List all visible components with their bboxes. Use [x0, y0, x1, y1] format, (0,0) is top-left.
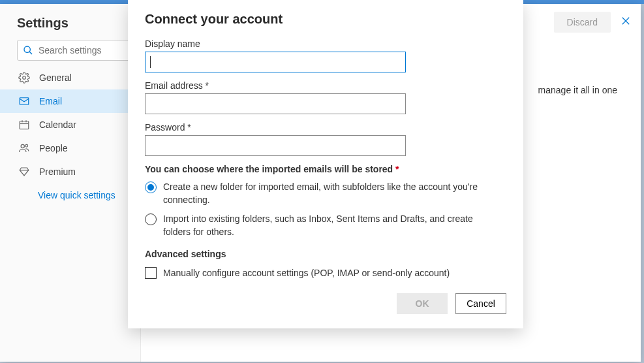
radio-icon[interactable] — [145, 182, 157, 193]
settings-nav: General Email Calendar People Premium — [0, 66, 140, 183]
nav-label: Calendar — [39, 119, 76, 130]
cancel-button[interactable]: Cancel — [455, 293, 506, 314]
display-name-label: Display name — [145, 39, 506, 49]
text-caret — [150, 56, 151, 68]
close-icon — [620, 15, 632, 27]
svg-point-2 — [23, 76, 26, 80]
nav-label: General — [39, 72, 72, 83]
background-text-snippet: manage it all in one — [538, 85, 617, 95]
gear-icon — [18, 72, 30, 84]
dialog-footer: OK Cancel — [145, 293, 506, 314]
checkbox-label: Manually configure account settings (POP… — [163, 268, 450, 278]
manual-configure-row[interactable]: Manually configure account settings (POP… — [145, 267, 506, 279]
storage-option-existing-folders[interactable]: Import into existing folders, such as In… — [145, 213, 506, 238]
nav-label: People — [39, 143, 68, 153]
svg-line-1 — [29, 52, 32, 54]
svg-point-0 — [24, 46, 30, 52]
settings-sidebar: Settings General Email Calendar People — [0, 4, 141, 362]
connect-account-dialog: Connect your account Display name Email … — [128, 0, 523, 328]
email-field: Email address * — [145, 80, 506, 114]
search-settings-wrap[interactable] — [17, 40, 131, 61]
nav-label: Premium — [39, 166, 76, 177]
svg-point-9 — [25, 144, 28, 147]
mail-icon — [18, 95, 30, 107]
nav-people[interactable]: People — [0, 136, 140, 160]
email-label: Email address * — [145, 80, 506, 91]
advanced-settings-heading: Advanced settings — [145, 249, 506, 259]
nav-general[interactable]: General — [0, 66, 140, 89]
svg-rect-4 — [20, 121, 29, 129]
email-input[interactable] — [145, 93, 406, 114]
people-icon — [18, 142, 30, 154]
svg-point-8 — [21, 144, 24, 148]
display-name-field: Display name — [145, 39, 506, 72]
nav-calendar[interactable]: Calendar — [0, 113, 140, 136]
settings-title: Settings — [0, 16, 140, 40]
required-asterisk: * — [395, 164, 399, 174]
ok-button[interactable]: OK — [397, 293, 448, 314]
radio-label: Import into existing folders, such as In… — [163, 213, 506, 238]
search-settings-input[interactable] — [38, 45, 125, 55]
svg-rect-3 — [20, 98, 29, 105]
password-input[interactable] — [145, 135, 406, 156]
radio-label: Create a new folder for imported email, … — [163, 181, 506, 206]
display-name-input[interactable] — [145, 52, 406, 72]
close-settings-button[interactable] — [620, 15, 632, 29]
radio-icon[interactable] — [145, 213, 157, 225]
nav-email[interactable]: Email — [0, 89, 140, 113]
storage-heading: You can choose where the imported emails… — [145, 164, 506, 174]
view-quick-settings-link[interactable]: View quick settings — [0, 183, 140, 200]
diamond-icon — [18, 166, 30, 178]
calendar-icon — [18, 119, 30, 131]
panel-header-actions: Discard — [554, 12, 632, 33]
checkbox-icon[interactable] — [145, 267, 157, 279]
nav-premium[interactable]: Premium — [0, 160, 140, 183]
password-field: Password * — [145, 122, 506, 156]
nav-label: Email — [39, 96, 62, 106]
discard-button[interactable]: Discard — [554, 12, 611, 33]
search-icon — [23, 45, 33, 55]
dialog-title: Connect your account — [145, 12, 506, 27]
password-label: Password * — [145, 122, 506, 133]
storage-option-new-folder[interactable]: Create a new folder for imported email, … — [145, 181, 506, 206]
